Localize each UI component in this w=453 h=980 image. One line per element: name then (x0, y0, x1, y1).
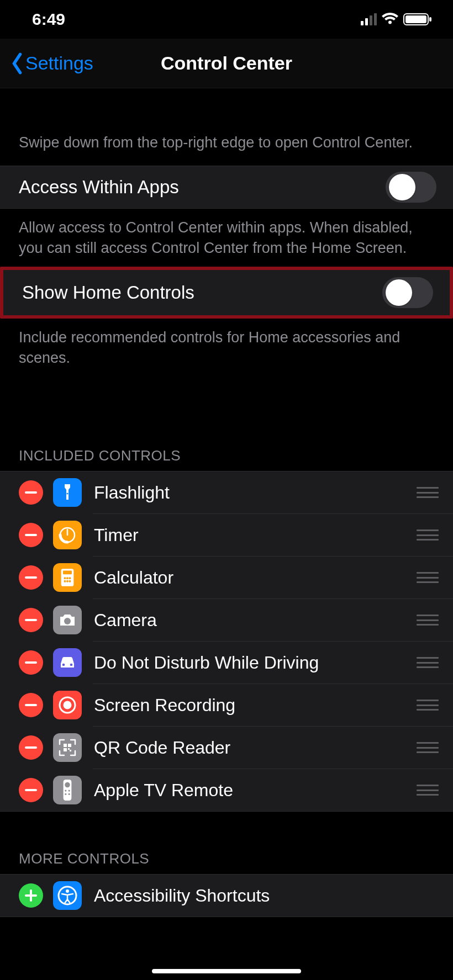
show-home-controls-label: Show Home Controls (22, 282, 382, 303)
control-label: Accessibility Shortcuts (94, 886, 439, 906)
drag-handle-icon[interactable] (417, 700, 439, 711)
svg-point-12 (69, 577, 71, 579)
svg-rect-28 (68, 748, 70, 750)
drag-handle-icon[interactable] (417, 487, 439, 498)
control-row: Screen Recording (0, 684, 453, 726)
svg-rect-16 (25, 619, 37, 621)
back-button[interactable]: Settings (0, 52, 93, 75)
svg-point-33 (65, 790, 66, 792)
remove-button[interactable] (19, 565, 43, 590)
control-label: Do Not Disturb While Driving (94, 653, 417, 673)
included-controls-list: FlashlightTimerCalculatorCameraDo Not Di… (0, 471, 453, 812)
access-description: Allow access to Control Center within ap… (0, 209, 453, 267)
svg-point-11 (66, 577, 69, 579)
svg-point-4 (67, 493, 69, 495)
wifi-icon (381, 13, 399, 26)
car-icon (53, 648, 82, 677)
svg-point-40 (66, 889, 69, 893)
svg-point-14 (66, 580, 69, 582)
svg-point-15 (69, 580, 71, 582)
control-row: Flashlight (0, 472, 453, 513)
more-controls-list: Accessibility Shortcuts (0, 874, 453, 917)
remove-button[interactable] (19, 778, 43, 802)
svg-point-20 (70, 664, 73, 666)
svg-point-32 (65, 782, 70, 787)
svg-point-19 (62, 664, 65, 666)
svg-point-23 (64, 701, 72, 709)
remove-button[interactable] (19, 523, 43, 547)
control-row: Accessibility Shortcuts (0, 875, 453, 917)
calculator-icon (53, 563, 82, 592)
remote-icon (53, 776, 82, 804)
control-label: Screen Recording (94, 695, 417, 716)
flashlight-icon (53, 478, 82, 507)
control-row: QR Code Reader (0, 727, 453, 769)
svg-point-35 (65, 793, 66, 795)
svg-rect-9 (63, 571, 72, 575)
control-label: Camera (94, 610, 417, 631)
qr-icon (53, 733, 82, 762)
control-row: Timer (0, 514, 453, 556)
battery-icon (403, 13, 432, 26)
back-label: Settings (25, 52, 93, 74)
drag-handle-icon[interactable] (417, 785, 439, 796)
drag-handle-icon[interactable] (417, 572, 439, 583)
svg-point-36 (69, 793, 70, 795)
access-within-apps-toggle[interactable] (386, 172, 436, 203)
included-controls-header: INCLUDED CONTROLS (0, 432, 453, 471)
home-indicator[interactable] (152, 969, 301, 973)
svg-rect-29 (70, 750, 71, 751)
remove-button[interactable] (19, 480, 43, 505)
control-row: Calculator (0, 557, 453, 598)
home-description: Include recommended controls for Home ac… (0, 319, 453, 377)
access-within-apps-label: Access Within Apps (19, 177, 386, 198)
timer-icon (53, 521, 82, 549)
control-label: Apple TV Remote (94, 780, 417, 801)
svg-point-34 (69, 790, 70, 792)
svg-rect-38 (25, 894, 37, 897)
cell-signal-icon (361, 13, 377, 25)
record-icon (53, 691, 82, 719)
svg-rect-1 (405, 15, 426, 23)
svg-rect-27 (64, 748, 67, 751)
control-label: QR Code Reader (94, 738, 417, 758)
more-controls-header: MORE CONTROLS (0, 835, 453, 874)
svg-point-10 (64, 577, 66, 579)
drag-handle-icon[interactable] (417, 529, 439, 541)
status-time: 6:49 (32, 10, 65, 29)
svg-rect-24 (25, 746, 37, 749)
svg-rect-30 (25, 789, 37, 791)
remove-button[interactable] (19, 650, 43, 675)
remove-button[interactable] (19, 608, 43, 632)
accessibility-icon (53, 881, 82, 910)
svg-rect-21 (25, 704, 37, 706)
svg-rect-26 (68, 744, 71, 747)
camera-icon (53, 606, 82, 634)
control-label: Timer (94, 525, 417, 545)
control-label: Calculator (94, 568, 417, 588)
svg-point-17 (64, 618, 71, 624)
control-row: Camera (0, 599, 453, 641)
remove-button[interactable] (19, 735, 43, 760)
svg-rect-7 (25, 576, 37, 579)
drag-handle-icon[interactable] (417, 657, 439, 668)
drag-handle-icon[interactable] (417, 742, 439, 753)
svg-rect-5 (25, 534, 37, 536)
chevron-left-icon (10, 52, 24, 75)
control-label: Flashlight (94, 483, 417, 503)
svg-rect-18 (25, 661, 37, 664)
drag-handle-icon[interactable] (417, 615, 439, 626)
add-button[interactable] (19, 883, 43, 908)
show-home-controls-toggle[interactable] (382, 277, 433, 308)
access-within-apps-cell[interactable]: Access Within Apps (0, 166, 453, 209)
svg-point-13 (64, 580, 66, 582)
svg-rect-25 (64, 744, 67, 747)
svg-rect-2 (429, 17, 431, 22)
navigation-bar: Settings Control Center (0, 39, 453, 88)
show-home-controls-cell[interactable]: Show Home Controls (3, 270, 450, 315)
status-indicators (361, 13, 432, 26)
remove-button[interactable] (19, 693, 43, 717)
status-bar: 6:49 (0, 0, 453, 39)
show-home-controls-highlight: Show Home Controls (0, 267, 453, 319)
control-row: Do Not Disturb While Driving (0, 642, 453, 684)
